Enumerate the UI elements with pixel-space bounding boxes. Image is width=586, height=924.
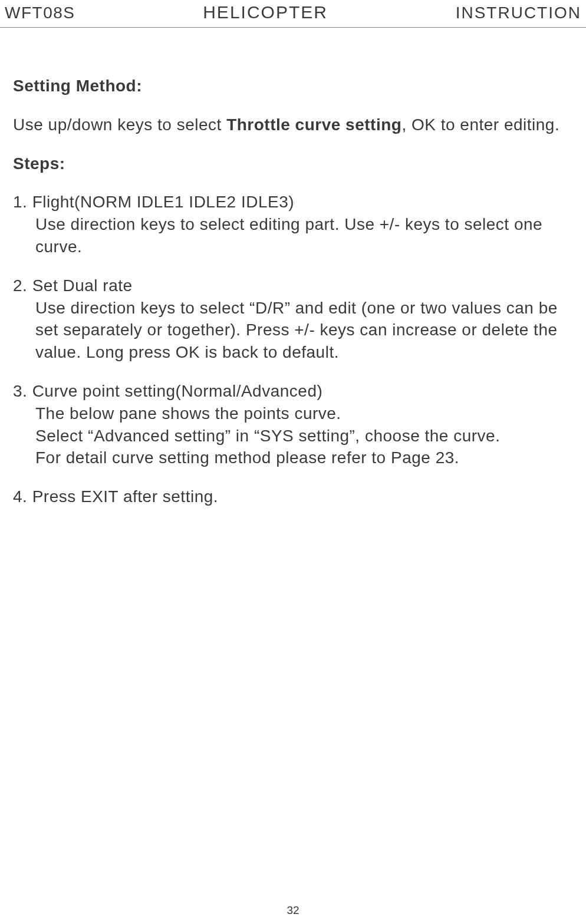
steps-title: Steps:: [13, 153, 573, 175]
page-header: WFT08S HELICOPTER INSTRUCTION: [0, 0, 586, 28]
setting-method-title: Setting Method:: [13, 75, 573, 97]
step-3-line1: The below pane shows the points curve.: [13, 402, 573, 425]
intro-bold: Throttle curve setting: [226, 116, 401, 134]
step-4-header: 4. Press EXIT after setting.: [13, 486, 573, 508]
header-category: HELICOPTER: [203, 2, 328, 22]
step-4: 4. Press EXIT after setting.: [13, 486, 573, 508]
intro-text: Use up/down keys to select Throttle curv…: [13, 114, 573, 136]
step-2: 2. Set Dual rate Use direction keys to s…: [13, 275, 573, 364]
header-doctype: INSTRUCTION: [456, 4, 581, 22]
step-1-body: Use direction keys to select editing par…: [13, 213, 573, 258]
step-2-body: Use direction keys to select “D/R” and e…: [13, 297, 573, 364]
step-3: 3. Curve point setting(Normal/Advanced) …: [13, 380, 573, 469]
page-content: Setting Method: Use up/down keys to sele…: [0, 28, 586, 508]
step-1-header: 1. Flight(NORM IDLE1 IDLE2 IDLE3): [13, 191, 573, 213]
intro-suffix: , OK to enter editing.: [401, 116, 559, 134]
step-2-header: 2. Set Dual rate: [13, 275, 573, 297]
step-1: 1. Flight(NORM IDLE1 IDLE2 IDLE3) Use di…: [13, 191, 573, 258]
step-3-header: 3. Curve point setting(Normal/Advanced): [13, 380, 573, 402]
intro-prefix: Use up/down keys to select: [13, 116, 226, 134]
step-3-line3: For detail curve setting method please r…: [13, 447, 573, 469]
step-3-line2: Select “Advanced setting” in “SYS settin…: [13, 425, 573, 447]
page-number: 32: [287, 904, 299, 917]
header-model: WFT08S: [5, 4, 75, 22]
